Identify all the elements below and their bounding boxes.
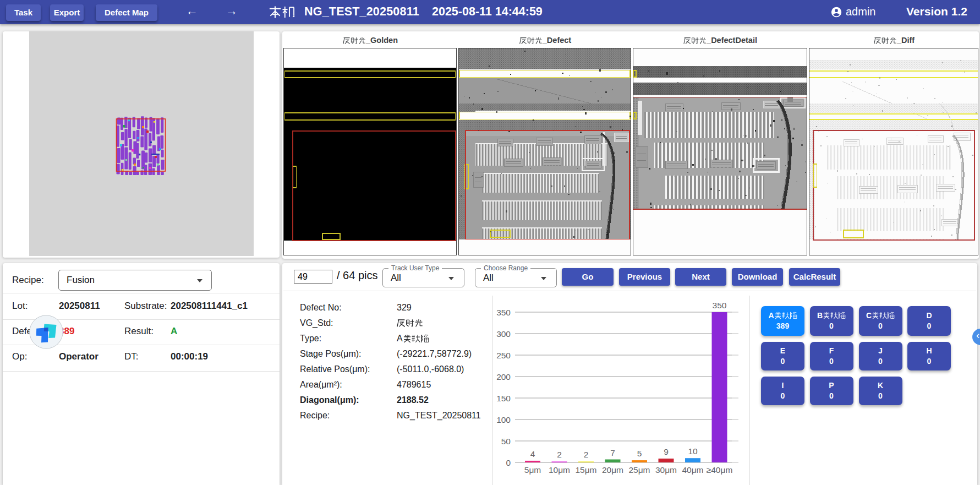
svg-text:2: 2 [584, 450, 589, 459]
svg-text:15μm: 15μm [575, 465, 596, 475]
svg-text:300: 300 [496, 329, 511, 339]
svg-text:350: 350 [713, 301, 727, 310]
svg-text:25μm: 25μm [628, 465, 650, 475]
svg-text:30μm: 30μm [655, 465, 677, 475]
svg-text:≥40μm: ≥40μm [707, 465, 733, 475]
svg-text:9: 9 [664, 447, 669, 456]
svg-text:150: 150 [496, 394, 511, 403]
svg-text:40μm: 40μm [682, 465, 703, 475]
svg-text:250: 250 [496, 351, 511, 360]
svg-text:5: 5 [637, 449, 642, 458]
svg-text:5μm: 5μm [524, 465, 541, 475]
svg-text:0: 0 [506, 458, 511, 467]
svg-text:100: 100 [496, 415, 511, 424]
svg-text:350: 350 [496, 308, 511, 317]
svg-text:2: 2 [557, 450, 562, 459]
svg-text:10: 10 [688, 446, 698, 456]
svg-text:50: 50 [501, 437, 511, 446]
svg-text:7: 7 [610, 448, 615, 457]
svg-text:10μm: 10μm [549, 465, 570, 475]
svg-text:4: 4 [530, 449, 535, 459]
svg-text:20μm: 20μm [602, 465, 623, 475]
svg-text:200: 200 [496, 372, 511, 382]
